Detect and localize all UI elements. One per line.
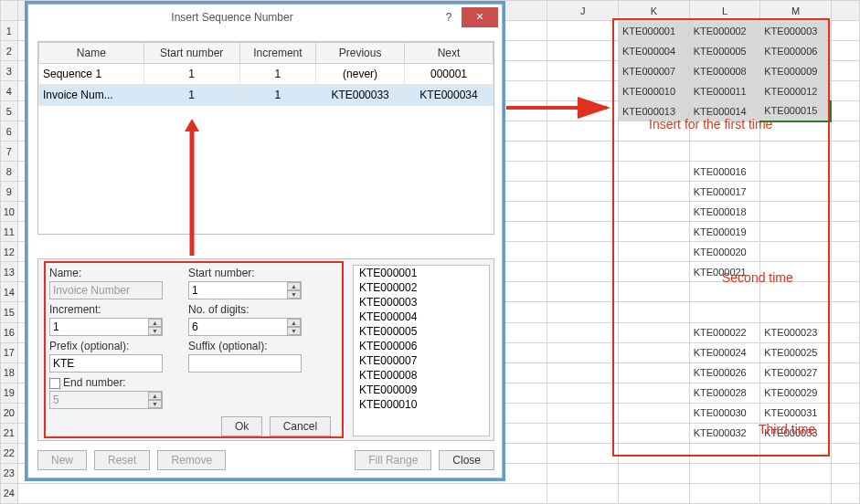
list-item: KTE000006 (354, 339, 489, 353)
col-header-l[interactable]: L (689, 1, 760, 21)
cell[interactable]: KTE000020 (689, 242, 760, 262)
svg-marker-2 (185, 119, 199, 131)
cell[interactable]: KTE000032 (689, 423, 760, 443)
cell[interactable]: KTE000028 (689, 383, 760, 403)
insert-sequence-dialog: Insert Sequence Number ? × Name Start nu… (27, 4, 503, 478)
cell[interactable]: KTE000009 (760, 61, 832, 81)
annotation-first-time: Insert for the first time (649, 117, 772, 131)
cell[interactable]: KTE000007 (619, 61, 690, 81)
col-start[interactable]: Start number (143, 43, 239, 64)
list-item: KTE000003 (354, 295, 489, 310)
dialog-title: Insert Sequence Number (28, 11, 436, 24)
sequences-table[interactable]: Name Start number Increment Previous Nex… (37, 41, 494, 235)
cell[interactable]: KTE000005 (689, 41, 760, 61)
digits-label: No. of digits: (188, 303, 302, 316)
col-header-k[interactable]: K (619, 1, 690, 21)
spin-buttons[interactable]: ▲▼ (148, 392, 162, 408)
ok-button[interactable]: Ok (221, 416, 262, 436)
list-item: KTE000005 (354, 324, 489, 339)
list-item: KTE000002 (354, 280, 489, 295)
cell[interactable]: KTE000025 (760, 342, 832, 362)
cell[interactable]: KTE000017 (689, 182, 760, 202)
name-label: Name: (49, 267, 163, 279)
cell[interactable]: KTE000016 (689, 162, 760, 182)
col-increment[interactable]: Increment (239, 43, 315, 64)
cancel-button[interactable]: Cancel (270, 416, 331, 436)
cell[interactable]: KTE000002 (689, 21, 760, 41)
dialog-footer: New Reset Remove Fill Range Close (37, 450, 494, 470)
cell[interactable]: KTE000022 (689, 322, 760, 342)
col-previous[interactable]: Previous (316, 43, 405, 64)
spin-buttons[interactable]: ▲▼ (287, 282, 301, 299)
col-name[interactable]: Name (39, 43, 144, 64)
list-item: KTE000001 (354, 266, 489, 280)
list-item: KTE000008 (354, 368, 489, 383)
cell[interactable]: KTE000026 (689, 362, 760, 383)
cell[interactable]: KTE000029 (760, 383, 832, 403)
spin-buttons[interactable]: ▲▼ (148, 319, 162, 335)
fill-range-button[interactable]: Fill Range (355, 450, 431, 470)
titlebar: Insert Sequence Number ? × (28, 5, 502, 30)
cell[interactable]: KTE000003 (760, 21, 832, 41)
digits-input[interactable] (188, 318, 302, 336)
arrow-up-icon (181, 119, 203, 258)
cell[interactable]: KTE000018 (689, 202, 760, 222)
cell[interactable]: KTE000006 (760, 41, 832, 61)
cell[interactable]: KTE000027 (760, 362, 832, 383)
prefix-input[interactable] (49, 354, 163, 373)
cell[interactable]: KTE000004 (619, 41, 690, 61)
cell[interactable]: KTE000031 (760, 403, 832, 423)
list-item: KTE000004 (354, 310, 489, 324)
sequence-form: Name: Increment: ▲▼ Prefix (optional): E… (37, 258, 494, 441)
reset-button[interactable]: Reset (94, 450, 150, 470)
cell[interactable]: KTE000001 (619, 21, 690, 41)
increment-label: Increment: (49, 303, 163, 316)
name-input[interactable] (49, 281, 163, 299)
remove-button[interactable]: Remove (157, 450, 226, 470)
cell[interactable]: KTE000024 (689, 342, 760, 362)
increment-input[interactable] (49, 318, 163, 336)
col-header-m[interactable]: M (760, 1, 832, 21)
end-number-input[interactable] (49, 391, 163, 409)
annotation-third-time: Third time (759, 422, 815, 436)
col-header-j[interactable]: J (547, 1, 619, 21)
table-row-selected[interactable]: Invoice Num... 1 1 KTE000033 KTE000034 (39, 85, 494, 106)
end-number-label: End number: (49, 376, 163, 389)
table-row[interactable]: Sequence 1 1 1 (never) 000001 (39, 64, 494, 85)
cell[interactable]: KTE000019 (689, 222, 760, 242)
end-number-checkbox[interactable] (49, 378, 60, 389)
cell[interactable]: KTE000030 (689, 403, 760, 423)
help-button[interactable]: ? (436, 7, 462, 27)
col-next[interactable]: Next (405, 43, 494, 64)
spin-buttons[interactable]: ▲▼ (287, 319, 301, 335)
cell[interactable]: KTE000023 (760, 322, 832, 342)
list-item: KTE000010 (354, 397, 489, 412)
suffix-input[interactable] (188, 354, 302, 373)
close-icon[interactable]: × (462, 7, 498, 27)
prefix-label: Prefix (optional): (49, 340, 163, 352)
new-button[interactable]: New (37, 450, 87, 470)
arrow-to-sheet-icon (506, 99, 616, 120)
close-button[interactable]: Close (439, 450, 494, 470)
cell[interactable]: KTE000011 (689, 81, 760, 101)
list-item: KTE000007 (354, 353, 489, 368)
suffix-label: Suffix (optional): (188, 340, 302, 352)
annotation-second-time: Second time (722, 270, 793, 285)
cell[interactable]: KTE000012 (760, 81, 832, 101)
preview-list[interactable]: KTE000001 KTE000002 KTE000003 KTE000004 … (353, 265, 490, 436)
cell[interactable]: KTE000008 (689, 61, 760, 81)
start-number-input[interactable] (188, 281, 302, 299)
list-item: KTE000009 (354, 383, 489, 397)
start-number-label: Start number: (188, 267, 302, 279)
cell[interactable]: KTE000010 (619, 81, 690, 101)
